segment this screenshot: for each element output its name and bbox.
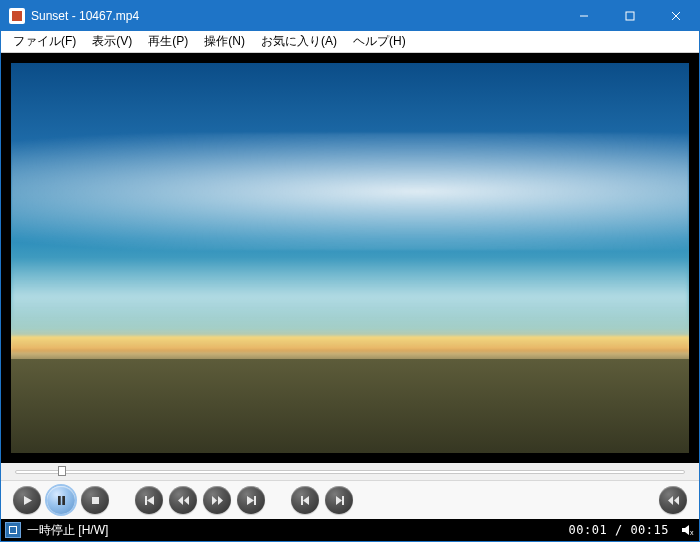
svg-rect-1	[626, 12, 634, 20]
svg-rect-6	[62, 496, 65, 505]
svg-marker-10	[178, 496, 183, 505]
svg-marker-20	[668, 496, 673, 505]
svg-marker-18	[336, 496, 342, 505]
svg-marker-14	[247, 496, 254, 505]
playback-controls	[1, 481, 699, 519]
status-icon	[5, 522, 21, 538]
fast-forward-button[interactable]	[203, 486, 231, 514]
pause-button[interactable]	[47, 486, 75, 514]
svg-marker-11	[184, 496, 189, 505]
svg-marker-9	[147, 496, 154, 505]
svg-rect-5	[58, 496, 61, 505]
volume-mute-icon[interactable]: x	[681, 524, 695, 536]
menu-file[interactable]: ファイル(F)	[5, 31, 84, 52]
app-window: Sunset - 10467.mp4 ファイル(F) 表示(V) 再生(P) 操…	[0, 0, 700, 542]
menu-playback[interactable]: 再生(P)	[140, 31, 196, 52]
minimize-button[interactable]	[561, 1, 607, 31]
stop-button[interactable]	[81, 486, 109, 514]
svg-marker-12	[212, 496, 217, 505]
time-display: 00:01 / 00:15	[569, 523, 669, 537]
menu-help[interactable]: ヘルプ(H)	[345, 31, 414, 52]
svg-marker-4	[24, 496, 32, 505]
close-button[interactable]	[653, 1, 699, 31]
seek-thumb[interactable]	[56, 464, 68, 478]
menu-view[interactable]: 表示(V)	[84, 31, 140, 52]
menu-navigate[interactable]: 操作(N)	[196, 31, 253, 52]
svg-text:x: x	[690, 529, 694, 536]
video-frame	[11, 63, 689, 453]
menu-favorites[interactable]: お気に入り(A)	[253, 31, 345, 52]
video-area[interactable]	[1, 53, 699, 463]
playback-state: 一時停止 [H/W]	[27, 522, 563, 539]
svg-marker-21	[674, 496, 679, 505]
time-total: 00:15	[630, 523, 669, 537]
jump-back-button[interactable]	[659, 486, 687, 514]
maximize-button[interactable]	[607, 1, 653, 31]
statusbar: 一時停止 [H/W] 00:01 / 00:15 x	[1, 519, 699, 541]
app-icon	[9, 8, 25, 24]
svg-rect-16	[301, 496, 303, 505]
play-button[interactable]	[13, 486, 41, 514]
svg-rect-19	[342, 496, 344, 505]
titlebar[interactable]: Sunset - 10467.mp4	[1, 1, 699, 31]
svg-rect-15	[254, 496, 256, 505]
svg-marker-22	[682, 525, 689, 535]
step-back-button[interactable]	[291, 486, 319, 514]
svg-marker-13	[218, 496, 223, 505]
skip-next-button[interactable]	[237, 486, 265, 514]
window-title: Sunset - 10467.mp4	[31, 9, 561, 23]
svg-marker-17	[303, 496, 309, 505]
time-current: 00:01	[569, 523, 608, 537]
window-controls	[561, 1, 699, 31]
rewind-button[interactable]	[169, 486, 197, 514]
step-forward-button[interactable]	[325, 486, 353, 514]
svg-rect-7	[92, 497, 99, 504]
menubar: ファイル(F) 表示(V) 再生(P) 操作(N) お気に入り(A) ヘルプ(H…	[1, 31, 699, 53]
svg-rect-8	[145, 496, 147, 505]
seek-track[interactable]	[15, 470, 685, 474]
seekbar[interactable]	[1, 463, 699, 481]
skip-prev-button[interactable]	[135, 486, 163, 514]
